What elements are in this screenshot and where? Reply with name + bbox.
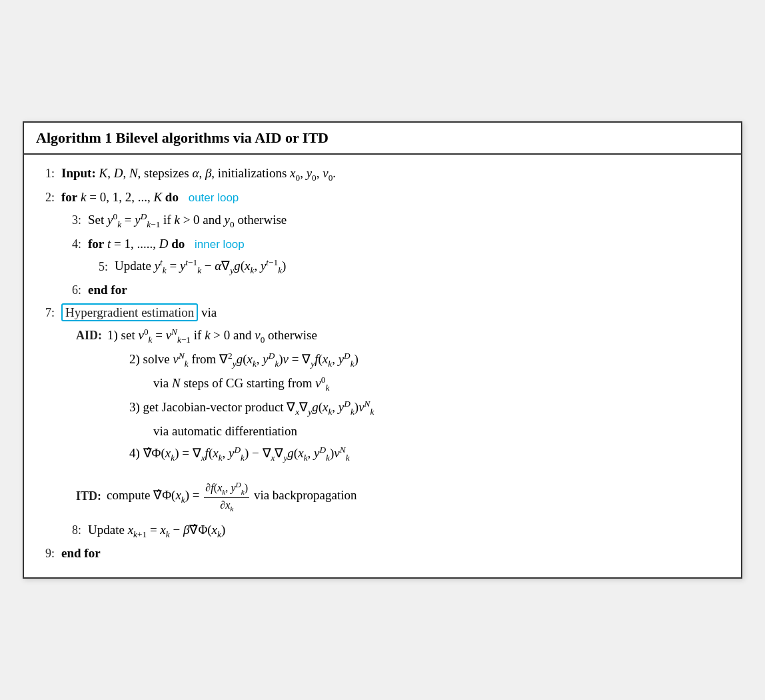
line-3: 3: Set y0k = yDk−1 if k > 0 and y0 other… xyxy=(36,209,729,231)
line-6: 6: end for xyxy=(36,279,729,301)
line-content-2: for k = 0, 1, 2, ..., K do outer loop xyxy=(61,187,729,207)
aid-content-1: 1) set v0k = vNk−1 if k > 0 and v0 other… xyxy=(102,325,729,347)
algorithm-box: Algorithm 1 Bilevel algorithms via AID o… xyxy=(23,121,742,579)
aid-content-2: 2) solve vNk from ∇2yg(xk, yDk)v = ∇yf(x… xyxy=(129,349,729,371)
aid-line-2b: via N steps of CG starting from v0k xyxy=(129,373,729,395)
end-for-outer-keyword: end for xyxy=(61,546,101,560)
line-content-4: for t = 1, ....., D do inner loop xyxy=(88,233,729,254)
aid-content-4: 4) ∇̂Φ(xk) = ∇xf(xk, yDk) − ∇x∇yg(xk, yD… xyxy=(129,443,729,465)
aid-line-2: 2) solve vNk from ∇2yg(xk, yDk)v = ∇yf(x… xyxy=(129,349,729,371)
itd-line-1: ITD: compute ∇̂Φ(xk) = ∂f(xk, yDk) ∂xk v… xyxy=(76,480,729,513)
line-content-9: end for xyxy=(61,543,729,563)
itd-label: ITD: xyxy=(76,487,101,507)
via-text: via xyxy=(201,305,217,319)
do-keyword-inner: do xyxy=(171,237,185,251)
line-7: 7: Hypergradient estimation via xyxy=(36,302,729,323)
line-num-4: 4: xyxy=(63,235,88,255)
aid-line-3: 3) get Jacobian-vector product ∇x∇yg(xk,… xyxy=(129,397,729,419)
line-1: 1: Input: K, D, N, stepsizes α, β, initi… xyxy=(36,163,729,185)
aid-lines: 2) solve vNk from ∇2yg(xk, yDk)v = ∇yf(x… xyxy=(129,349,729,466)
line-num-5: 5: xyxy=(89,257,115,277)
blank-spacer-1 xyxy=(36,467,729,473)
algorithm-header: Algorithm 1 Bilevel algorithms via AID o… xyxy=(24,123,741,155)
line-content-3: Set y0k = yDk−1 if k > 0 and y0 otherwis… xyxy=(88,209,729,231)
aid-content-3b: via automatic differentiation xyxy=(153,421,729,441)
line-9: 9: end for xyxy=(36,543,729,564)
line-num-2: 2: xyxy=(36,188,61,208)
fraction-denominator: ∂xk xyxy=(219,498,235,514)
aid-line-4: 4) ∇̂Φ(xk) = ∇xf(xk, yDk) − ∇x∇yg(xk, yD… xyxy=(129,443,729,465)
aid-line-3b: via automatic differentiation xyxy=(129,421,729,441)
inner-loop-expr: t = 1, ....., D xyxy=(107,237,171,251)
line-8: 8: Update xk+1 = xk − β∇̂Φ(xk) xyxy=(36,519,729,542)
line-num-1: 1: xyxy=(36,164,61,184)
algorithm-body: 1: Input: K, D, N, stepsizes α, β, initi… xyxy=(24,155,741,577)
line-content-5: Update ytk = yt−1k − α∇yg(xk, yt−1k) xyxy=(115,255,729,278)
aid-content-2b: via N steps of CG starting from v0k xyxy=(153,373,729,395)
for-keyword-outer: for xyxy=(61,190,77,204)
input-params: K, D, N, stepsizes α, β, initializations… xyxy=(99,166,337,180)
line-4: 4: for t = 1, ....., D do inner loop xyxy=(36,233,729,255)
aid-section: AID: 1) set v0k = vNk−1 if k > 0 and v0 … xyxy=(76,325,729,466)
fraction-numerator: ∂f(xk, yDk) xyxy=(204,480,249,497)
inner-loop-label: inner loop xyxy=(195,238,245,251)
aid-content-3: 3) get Jacobian-vector product ∇x∇yg(xk,… xyxy=(129,397,729,419)
input-keyword: Input: xyxy=(61,166,96,180)
end-for-inner-keyword: end for xyxy=(88,283,127,297)
aid-line-1: AID: 1) set v0k = vNk−1 if k > 0 and v0 … xyxy=(76,325,729,347)
line-content-6: end for xyxy=(88,279,729,300)
itd-content-1: compute ∇̂Φ(xk) = ∂f(xk, yDk) ∂xk via ba… xyxy=(101,480,729,513)
itd-section: ITD: compute ∇̂Φ(xk) = ∂f(xk, yDk) ∂xk v… xyxy=(76,480,729,513)
algorithm-subtitle: Bilevel algorithms via AID or ITD xyxy=(116,129,329,146)
algorithm-title: Algorithm 1 xyxy=(36,129,112,146)
fraction-itd: ∂f(xk, yDk) ∂xk xyxy=(204,480,249,513)
hypergradient-box: Hypergradient estimation xyxy=(61,303,198,321)
line-num-3: 3: xyxy=(63,211,88,231)
line-content-1: Input: K, D, N, stepsizes α, β, initiali… xyxy=(61,163,729,185)
for-keyword-inner: for xyxy=(88,237,104,251)
line-num-8: 8: xyxy=(63,521,88,541)
line-content-8: Update xk+1 = xk − β∇̂Φ(xk) xyxy=(88,519,729,542)
line-num-6: 6: xyxy=(63,281,88,301)
outer-loop-label: outer loop xyxy=(189,191,239,204)
line-num-9: 9: xyxy=(36,544,61,564)
do-keyword-outer: do xyxy=(165,190,179,204)
outer-loop-expr: k = 0, 1, 2, ..., K xyxy=(81,190,165,204)
line-2: 2: for k = 0, 1, 2, ..., K do outer loop xyxy=(36,187,729,208)
line-5: 5: Update ytk = yt−1k − α∇yg(xk, yt−1k) xyxy=(36,255,729,278)
set-text: Set y0k = yDk−1 if k > 0 and y0 otherwis… xyxy=(88,213,287,227)
line-num-7: 7: xyxy=(36,303,61,323)
aid-label: AID: xyxy=(76,326,102,346)
line-content-7: Hypergradient estimation via xyxy=(61,302,729,323)
